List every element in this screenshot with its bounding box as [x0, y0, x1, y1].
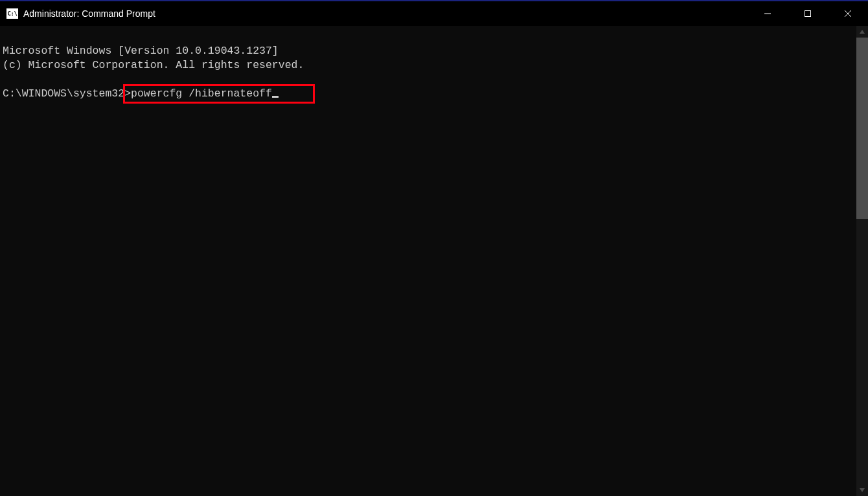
- svg-rect-1: [805, 11, 811, 17]
- close-icon: [844, 10, 852, 17]
- maximize-button[interactable]: [788, 1, 828, 26]
- titlebar[interactable]: C:\ Administrator: Command Prompt: [0, 1, 868, 26]
- scrollbar-thumb[interactable]: [856, 38, 868, 219]
- cmd-app-icon: C:\: [6, 8, 18, 19]
- console-body: Microsoft Windows [Version 10.0.19043.12…: [0, 26, 868, 496]
- titlebar-left: C:\ Administrator: Command Prompt: [0, 8, 748, 19]
- minimize-button[interactable]: [748, 1, 788, 26]
- window-title: Administrator: Command Prompt: [23, 8, 155, 19]
- window-controls: [748, 1, 868, 26]
- scrollbar-track[interactable]: [856, 38, 868, 484]
- scroll-down-button[interactable]: [856, 484, 868, 496]
- minimize-icon: [764, 10, 771, 17]
- vertical-scrollbar[interactable]: [856, 26, 868, 496]
- maximize-icon: [804, 10, 812, 17]
- chevron-down-icon: [859, 487, 865, 493]
- text-cursor: [272, 96, 279, 98]
- copyright-line: (c) Microsoft Corporation. All rights re…: [3, 58, 854, 73]
- chevron-up-icon: [859, 28, 865, 35]
- prompt-line: C:\WINDOWS\system32>powercfg /hibernateo…: [3, 87, 279, 101]
- command-prompt-window: C:\ Administrator: Command Prompt Micros…: [0, 0, 868, 496]
- svg-marker-5: [860, 488, 865, 492]
- typed-command: powercfg /hibernateoff: [131, 87, 272, 100]
- console-output[interactable]: Microsoft Windows [Version 10.0.19043.12…: [0, 26, 856, 496]
- prompt-path: C:\WINDOWS\system32>: [3, 87, 131, 100]
- svg-marker-4: [860, 30, 865, 34]
- version-line: Microsoft Windows [Version 10.0.19043.12…: [3, 44, 854, 58]
- close-button[interactable]: [828, 1, 868, 26]
- scroll-up-button[interactable]: [856, 26, 868, 38]
